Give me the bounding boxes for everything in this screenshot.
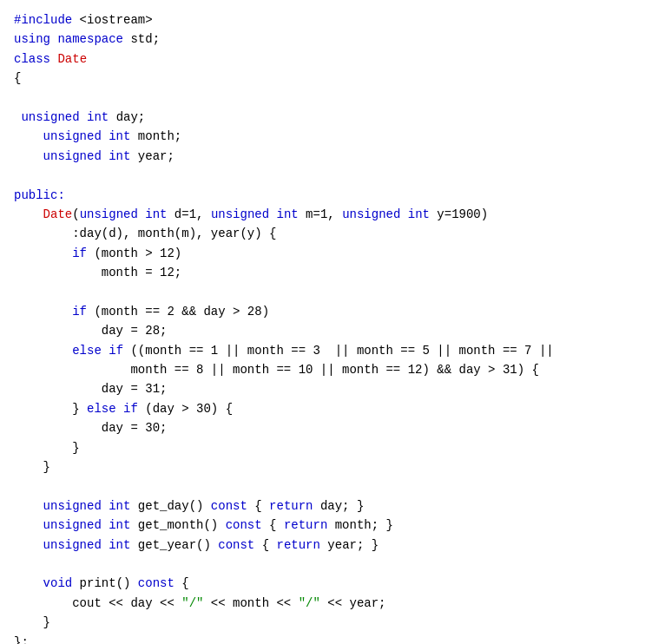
line-1: #include <iostream> [14,13,153,27]
line-33: }; [14,635,29,645]
line-18: else if ((month == 1 || month == 3 || mo… [14,344,554,358]
line-7: unsigned int month; [14,129,181,143]
line-26: unsigned int get_day() const { return da… [14,499,364,513]
line-11: Date(unsigned int d=1, unsigned int m=1,… [14,207,488,221]
line-2: using namespace std; [14,32,160,46]
line-12: :day(d), month(m), year(y) { [14,227,276,240]
line-23: } [14,441,80,455]
line-20: day = 31; [14,382,167,396]
line-6: unsigned int day; [14,110,145,124]
line-30: void print() const { [14,576,189,590]
line-3: class Date [14,52,87,66]
line-14: month = 12; [14,266,181,279]
line-22: day = 30; [14,421,167,435]
line-21: } else if (day > 30) { [14,402,233,416]
line-24: } [14,460,50,474]
line-13: if (month > 12) [14,246,181,260]
line-28: unsigned int get_year() const { return y… [14,538,379,552]
line-27: unsigned int get_month() const { return … [14,518,393,532]
line-19: month == 8 || month == 10 || month == 12… [14,363,539,377]
line-16: if (month == 2 && day > 28) [14,305,269,319]
line-10: public: [14,188,65,202]
line-17: day = 28; [14,324,167,338]
line-32: } [14,615,50,629]
line-4: { [14,71,21,85]
line-8: unsigned int year; [14,149,174,163]
line-31: cout << day << "/" << month << "/" << ye… [14,596,386,610]
code-editor: #include <iostream> using namespace std;… [14,10,651,644]
